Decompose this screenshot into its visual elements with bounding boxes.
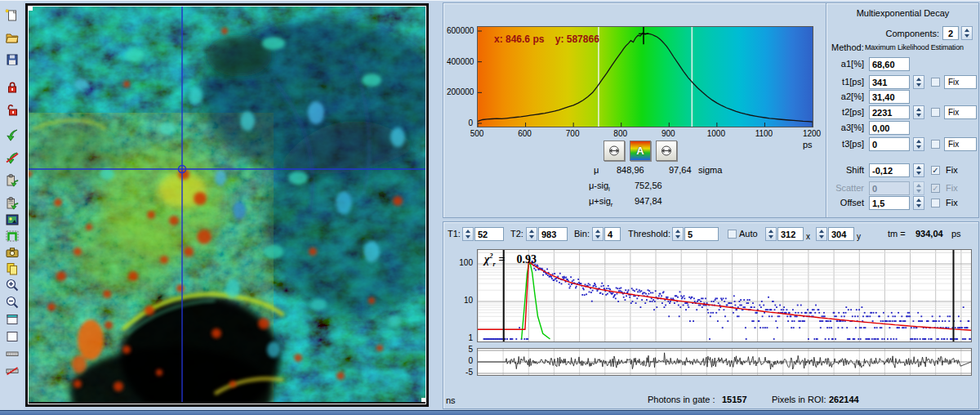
zoom-in-button[interactable] <box>3 277 21 293</box>
preview-image-button[interactable] <box>3 212 21 228</box>
t1-label: T1: <box>448 229 461 239</box>
t1-field[interactable]: 52 <box>474 227 504 241</box>
paste-model-all-button[interactable] <box>3 195 21 212</box>
tm-unit: ps <box>951 229 961 239</box>
fix-checkbox-t2[ps][interactable] <box>931 108 940 117</box>
param-field-t1[ps][interactable]: 341 <box>869 75 910 89</box>
spectrum-x-tick: 900 <box>662 129 675 138</box>
y-pixel-field[interactable]: 304 <box>828 227 854 241</box>
bin-field[interactable]: 4 <box>604 227 621 241</box>
param-field-a2[%][interactable]: 31,40 <box>869 90 910 104</box>
param-field-t3[ps][interactable]: 0 <box>869 137 910 151</box>
new-file-button[interactable] <box>3 7 21 24</box>
fix-checkbox-Shift[interactable] <box>931 166 940 175</box>
fix-box-t2[ps]: Fix <box>944 105 977 119</box>
open-file-button[interactable] <box>3 29 21 46</box>
auto-color-button[interactable]: A <box>630 141 651 161</box>
spectrum-y-tick: 400000 <box>447 57 473 66</box>
param-spinner-Shift[interactable] <box>913 163 924 177</box>
bin-label: Bin: <box>574 229 590 239</box>
x-pixel-field[interactable]: 312 <box>777 227 804 241</box>
components-field[interactable]: 2 <box>942 26 959 40</box>
t2-field[interactable]: 983 <box>538 227 568 241</box>
scale-bar-icon <box>5 346 20 361</box>
decay-parameters-section: Multiexponential Decay Components: 2 Met… <box>826 3 979 217</box>
duplicate-page-button[interactable] <box>3 261 21 277</box>
param-spinner-Scatter <box>913 181 924 195</box>
param-label-Scatter: Scatter <box>828 183 864 194</box>
apply-model-button[interactable] <box>3 127 21 143</box>
spectrum-x-tick: 600 <box>518 129 532 138</box>
param-field-t2[ps][interactable]: 2231 <box>869 105 910 119</box>
fix-box-t3[ps]: Fix <box>944 137 977 151</box>
spectrum-x-tick: 700 <box>566 129 580 138</box>
bin-spinner[interactable] <box>592 227 604 241</box>
zoom-out-button[interactable] <box>3 294 21 310</box>
paste-model-all-icon <box>5 196 20 211</box>
params-title: Multiexponential Decay <box>826 8 979 19</box>
fix-checkbox-Scatter[interactable] <box>931 184 940 193</box>
auto-checkbox[interactable] <box>728 230 737 239</box>
decay-x-axis-labels <box>477 382 970 393</box>
gate-button[interactable] <box>3 228 21 244</box>
apply-model-off-button[interactable] <box>3 149 21 166</box>
photons-value: 15157 <box>722 395 747 405</box>
fix-checkbox-t3[ps][interactable] <box>931 140 940 149</box>
residual-y-tick: 5 <box>447 345 473 354</box>
camera-button[interactable] <box>3 244 21 261</box>
paste-model-button[interactable] <box>3 172 21 189</box>
param-spinner-t1[ps][interactable] <box>913 75 924 89</box>
components-spinner[interactable] <box>961 26 973 40</box>
spectrum-x-tick: 1100 <box>755 129 773 138</box>
spectrum-plot[interactable]: x: 846.6 ps y: 587866 <box>477 26 813 127</box>
decay-x-axis-ticks <box>477 376 970 382</box>
fix-label-Offset: Fix <box>946 198 958 208</box>
scale-bar-off-button[interactable] <box>3 363 21 379</box>
window-color-button[interactable] <box>3 311 21 328</box>
residual-plot[interactable] <box>477 348 972 376</box>
unlock-button[interactable] <box>3 102 21 118</box>
param-spinner-t2[ps][interactable] <box>913 105 924 119</box>
lock-button[interactable] <box>3 79 21 96</box>
shrink-range-button[interactable] <box>604 141 625 161</box>
decay-plot[interactable]: χ2r = 0.93 <box>477 249 972 342</box>
auto-label: Auto <box>739 229 758 239</box>
decay-y-tick: 100 <box>447 258 473 267</box>
fluorescence-image[interactable] <box>29 7 425 402</box>
param-spinner-Offset[interactable] <box>913 196 924 210</box>
zoom-in-icon <box>5 278 20 292</box>
param-field-Scatter[interactable]: 0 <box>869 181 910 195</box>
analysis-top-panel: 6000004000002000000 x: 846.6 ps y: 58786… <box>443 2 979 218</box>
fix-checkbox-Offset[interactable] <box>931 199 940 208</box>
fix-label-Shift: Fix <box>946 165 958 176</box>
preview-image-icon <box>5 212 20 227</box>
threshold-label: Threshold: <box>628 229 670 239</box>
expand-range-button[interactable] <box>656 141 677 161</box>
window-plain-button[interactable] <box>3 328 21 345</box>
emission-spectrum-section: 6000004000002000000 x: 846.6 ps y: 58786… <box>443 3 826 217</box>
param-label-Offset: Offset <box>828 198 864 208</box>
param-spinner-t3[ps][interactable] <box>913 137 924 151</box>
param-label-Shift: Shift <box>828 165 864 176</box>
t2-spinner[interactable] <box>526 227 537 241</box>
mu-value: 848,96 <box>617 165 644 176</box>
lock-icon <box>5 80 20 95</box>
t1-spinner[interactable] <box>462 227 474 241</box>
scale-bar-button[interactable] <box>3 346 21 362</box>
y-pixel-spinner[interactable] <box>816 227 827 241</box>
threshold-field[interactable]: 5 <box>684 227 719 241</box>
x-pixel-spinner[interactable] <box>765 227 777 241</box>
fix-checkbox-t1[ps][interactable] <box>931 78 940 87</box>
flim-application-window: 6000004000002000000 x: 846.6 ps y: 58786… <box>0 0 980 415</box>
residual-trace <box>478 353 971 369</box>
threshold-spinner[interactable] <box>672 227 684 241</box>
tm-value: 934,04 <box>915 229 943 239</box>
gate-icon <box>5 229 20 243</box>
param-field-a1[%][interactable]: 68,60 <box>869 57 910 71</box>
param-field-Shift[interactable]: -0,12 <box>869 163 910 177</box>
param-field-Offset[interactable]: 1,5 <box>869 196 910 210</box>
param-field-a3[%][interactable]: 0,00 <box>869 121 910 135</box>
save-file-button[interactable] <box>3 51 21 68</box>
mu-minus-sigma-value: 752,56 <box>635 181 662 191</box>
tm-label: tm = <box>888 229 906 239</box>
